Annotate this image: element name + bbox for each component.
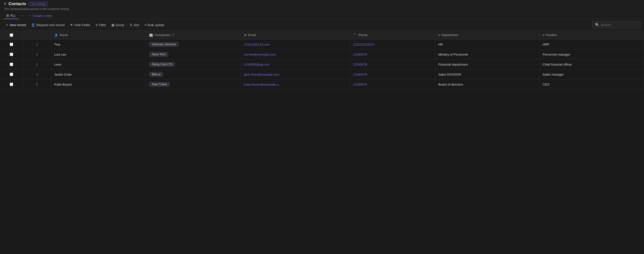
col-checkbox <box>0 31 23 40</box>
col-index <box>23 31 51 40</box>
row-email-2: 1234556@qq.com <box>241 59 350 69</box>
row-company-0: Visionary Ventures <box>146 40 241 50</box>
phone-link-1[interactable]: 12345678 <box>353 53 367 56</box>
row-position-3: Sales manager <box>540 69 644 79</box>
view-tabs: ⊞ ALL ··· ＋ Create a view <box>4 12 640 19</box>
request-new-record-button[interactable]: 👤 Request new record <box>29 22 67 28</box>
eye-icon: 👁 <box>70 23 73 27</box>
phone-link-4[interactable]: 12345678 <box>353 83 367 86</box>
col-position-label: Position <box>546 33 557 37</box>
row-position-4: CEO <box>540 79 644 89</box>
row-department-0: HR <box>435 40 540 50</box>
table-row: 4 Jackie Chan Bika.ai jack-chan@example.… <box>0 69 644 79</box>
row-company-2: Flying Club LTD <box>146 59 241 69</box>
col-companies: 🏢 Companies ⓘ <box>146 31 241 40</box>
table-header-row: 👤 Name 🏢 Companies ⓘ ✉ <box>0 31 644 40</box>
row-email-1: luis-lee@example.com <box>241 50 350 59</box>
row-position-0: HRP <box>540 40 644 50</box>
table-row: 3 Leon Flying Club LTD 1234556@qq.com 12… <box>0 59 644 69</box>
row-index-3: 4 <box>23 69 51 79</box>
col-name: 👤 Name <box>51 31 146 40</box>
companies-col-icon: 🏢 <box>149 33 153 37</box>
request-new-record-label: Request new record <box>36 23 64 27</box>
row-department-2: Financial department <box>435 59 540 69</box>
group-label: Group <box>116 23 124 27</box>
group-button[interactable]: ▦ Group <box>109 22 127 28</box>
search-icon: 🔍 <box>595 23 599 27</box>
row-index-4: 5 <box>23 79 51 89</box>
pos-col-icon: ≡ <box>542 33 544 37</box>
row-name-4: Kobe Bryant <box>51 79 146 89</box>
select-all-checkbox[interactable] <box>10 33 13 37</box>
row-checkbox-0[interactable] <box>10 43 13 46</box>
plus-circle-icon: ＋ <box>5 23 8 27</box>
sort-button[interactable]: ⇅ Sort <box>127 22 142 28</box>
table-container: 👤 Name 🏢 Companies ⓘ ✉ <box>0 31 644 253</box>
tab-more-button[interactable]: ··· <box>19 12 25 19</box>
name-col-icon: 👤 <box>54 33 58 37</box>
row-index-1: 2 <box>23 50 51 59</box>
email-link-2[interactable]: 1234556@qq.com <box>244 63 270 66</box>
bulk-update-button[interactable]: ≡ Bulk update <box>142 22 167 28</box>
row-index-2: 3 <box>23 59 51 69</box>
col-email-label: Email <box>248 33 256 37</box>
email-link-4[interactable]: kobe-bryant@example.c... <box>244 83 281 86</box>
row-phone-4: 12345678 <box>350 79 435 89</box>
group-icon: ▦ <box>112 23 114 27</box>
email-link-0[interactable]: 123123@123.com <box>244 43 270 46</box>
row-checkbox-4[interactable] <box>10 83 13 86</box>
page-title: Contacts <box>8 2 26 6</box>
row-position-2: Chief financial officer <box>540 59 644 69</box>
email-col-icon: ✉ <box>244 33 246 37</box>
row-name-3: Jackie Chan <box>51 69 146 79</box>
row-checkbox-cell <box>0 79 23 89</box>
hide-fields-label: Hide Fields <box>74 23 90 27</box>
col-department: ≡ Department <box>435 31 540 40</box>
row-company-4: Alaxi Travel <box>146 79 241 89</box>
search-container: 🔍 <box>592 22 641 28</box>
col-email: ✉ Email <box>241 31 350 40</box>
col-position: ≡ Position <box>540 31 644 40</box>
tab-all-label: ALL <box>10 14 16 17</box>
row-index-0: 1 <box>23 40 51 50</box>
row-department-4: Board of directors <box>435 79 540 89</box>
table-row: 2 Luis Lee Nana Tech luis-lee@example.co… <box>0 50 644 59</box>
table-row: 1 Tina Visionary Ventures 123123@123.com… <box>0 40 644 50</box>
info-icon: ⓘ <box>172 33 174 37</box>
sort-label: Sort <box>134 23 139 27</box>
row-company-3: Bika.ai <box>146 69 241 79</box>
title-row: # Contacts Can manage <box>4 2 640 7</box>
row-checkbox-1[interactable] <box>10 53 13 56</box>
filter-icon: ⧖ <box>96 23 98 27</box>
table-body: 1 Tina Visionary Ventures 123123@123.com… <box>0 40 644 89</box>
phone-link-2[interactable]: 12345678 <box>353 63 367 66</box>
email-link-1[interactable]: luis-lee@example.com <box>244 53 276 56</box>
row-checkbox-3[interactable] <box>10 73 13 76</box>
filter-label: Filter <box>99 23 106 27</box>
row-checkbox-2[interactable] <box>10 63 13 66</box>
contacts-table: 👤 Name 🏢 Companies ⓘ ✉ <box>0 31 644 89</box>
row-name-2: Leon <box>51 59 146 69</box>
row-name-1: Luis Lee <box>51 50 146 59</box>
bulk-update-label: Bulk update <box>148 23 164 27</box>
hide-fields-button[interactable]: 👁 Hide Fields <box>68 22 93 28</box>
create-view-button[interactable]: ＋ Create a view <box>26 12 54 19</box>
row-company-1: Nana Tech <box>146 50 241 59</box>
filter-button[interactable]: ⧖ Filter <box>93 22 108 28</box>
row-position-1: Personnel manager <box>540 50 644 59</box>
phone-link-0[interactable]: 123123123123 <box>353 43 374 46</box>
phone-link-3[interactable]: 12345678 <box>353 73 367 76</box>
row-email-0: 123123@123.com <box>241 40 350 50</box>
email-link-3[interactable]: jack-chan@example.com <box>244 73 280 76</box>
tab-all[interactable]: ⊞ ALL <box>4 13 18 19</box>
row-phone-3: 12345678 <box>350 69 435 79</box>
search-input[interactable] <box>601 23 637 27</box>
row-email-3: jack-chan@example.com <box>241 69 350 79</box>
row-checkbox-cell <box>0 40 23 50</box>
company-tag-1: Nana Tech <box>149 52 168 57</box>
col-phone-label: Phone <box>358 33 368 37</box>
list-icon: ≡ <box>145 23 147 27</box>
new-record-button[interactable]: ＋ New record <box>3 21 28 29</box>
plus-icon: ＋ <box>28 14 31 18</box>
col-phone: 📱 Phone <box>350 31 435 40</box>
